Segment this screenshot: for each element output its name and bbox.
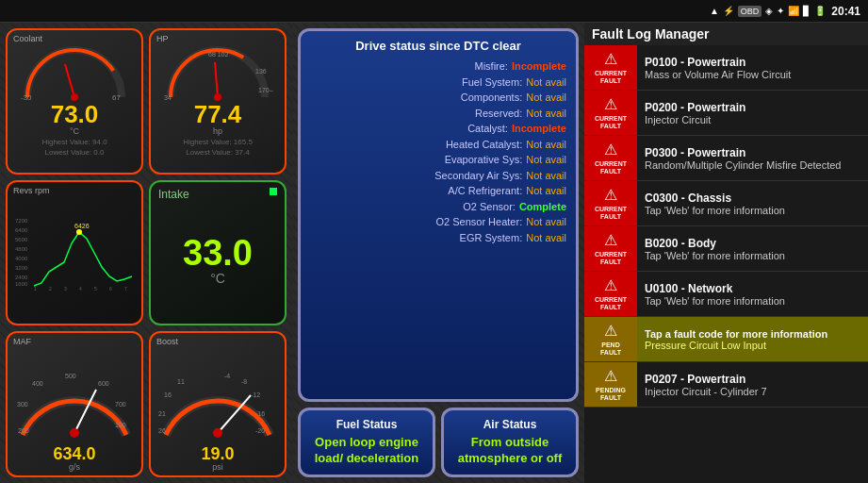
fault-info-highlighted: Tap a fault code for more information Pr… (637, 317, 868, 361)
rpm-title: Revs rpm (13, 186, 50, 195)
fuel-status-button[interactable]: Fuel Status Open loop engine load/ decel… (298, 408, 435, 477)
svg-text:100: 100 (115, 422, 126, 428)
warning-icon: ⚠ (604, 276, 617, 294)
fault-info: B0200 - Body Tap 'Web' for more informat… (637, 226, 868, 271)
dtc-value-o2: Complete (519, 199, 566, 215)
fault-item[interactable]: ⚠ PENDINGFAULT P0207 - Powertrain Inject… (584, 362, 868, 408)
boost-title: Boost (156, 337, 178, 346)
dtc-label-o2: O2 Sensor: (463, 199, 516, 215)
intake-value: 33.0 (183, 235, 253, 271)
dtc-row-components: Components: Not avail (310, 90, 566, 106)
svg-text:2400: 2400 (15, 275, 28, 280)
fuel-status-title: Fuel Status (306, 418, 427, 431)
fault-item[interactable]: ⚠ CURRENTFAULT P0300 - Powertrain Random… (584, 136, 868, 181)
air-status-value: From outside atmosphere or off (450, 435, 570, 467)
alarm-icon: ▲ (710, 6, 719, 16)
middle-panel: Drive status since DTC clear Misfire: In… (292, 23, 584, 483)
svg-text:200: 200 (18, 427, 29, 434)
dtc-row-reserved: Reserved: Not avail (310, 106, 566, 122)
coolant-value: 73.0 (51, 102, 99, 126)
main-area: Coolant -30 67 73.0 °C Highest Value: 94… (0, 23, 868, 483)
svg-text:7200: 7200 (15, 218, 28, 224)
intake-title: Intake (158, 188, 189, 201)
badge-text: CURRENTFAULT (595, 206, 627, 220)
fault-item[interactable]: ⚠ CURRENTFAULT U0100 - Network Tap 'Web'… (584, 272, 868, 317)
svg-text:1600: 1600 (15, 281, 28, 287)
fault-code: P0300 - Powertrain (645, 146, 860, 159)
svg-text:5600: 5600 (15, 237, 28, 242)
svg-text:-12: -12 (251, 391, 260, 398)
dtc-value-ac-ref: Not avail (526, 183, 566, 199)
fault-code: P0207 - Powertrain (645, 373, 860, 386)
svg-text:26: 26 (158, 427, 166, 434)
dtc-label-catalyst: Catalyst: (467, 121, 508, 137)
fault-badge-current: ⚠ CURRENTFAULT (584, 136, 637, 180)
svg-text:400: 400 (32, 380, 43, 387)
usb-icon: ⚡ (723, 6, 734, 16)
dtc-label-egr: EGR System: (460, 230, 523, 246)
warning-icon: ⚠ (604, 141, 617, 158)
fault-desc: Tap 'Web' for more information (645, 250, 860, 261)
clock: 20:41 (831, 5, 860, 18)
hp-title: HP (156, 34, 169, 43)
dtc-value-egr: Not avail (526, 230, 566, 246)
svg-text:21: 21 (158, 410, 166, 417)
fault-desc: Injector Circuit (645, 114, 860, 125)
svg-text:136: 136 (255, 68, 267, 75)
signal-icon: ◈ (765, 6, 773, 16)
dtc-label-secondary-air: Secondary Air Sys: (434, 168, 522, 184)
fault-desc: Injector Circuit - Cylinder 7 (645, 386, 860, 397)
fault-item[interactable]: ⚠ CURRENTFAULT C0300 - Chassis Tap 'Web'… (584, 181, 868, 226)
svg-text:4000: 4000 (15, 256, 28, 261)
fault-badge-current: ⚠ CURRENTFAULT (584, 272, 637, 316)
svg-point-28 (70, 428, 79, 438)
dtc-value-reserved: Not avail (526, 106, 566, 122)
svg-line-0 (65, 64, 74, 97)
fault-item[interactable]: ⚠ CURRENTFAULT B0200 - Body Tap 'Web' fo… (584, 226, 868, 272)
dtc-label-ac-ref: A/C Refrigerant: (448, 183, 522, 199)
dtc-label-o2-heater: O2 Sensor Heater: (435, 214, 522, 230)
svg-text:4800: 4800 (15, 246, 28, 252)
wifi-icon: 📶 (788, 6, 799, 16)
fault-badge-pending: ⚠ PENDFAULT (584, 317, 637, 361)
coolant-unit: °C (70, 126, 79, 136)
dtc-row-evap: Evaporative Sys: Not avail (310, 152, 566, 168)
dtc-row-heated-catalyst: Heated Catalyst: Not avail (310, 137, 566, 153)
maf-value: 634.0 (53, 445, 95, 462)
fault-badge-pending: ⚠ PENDINGFAULT (584, 362, 637, 407)
hp-gauge: HP 34 68 102 136 170– 77.4 hp Highest Va… (149, 28, 287, 175)
svg-text:6426: 6426 (74, 223, 90, 229)
fault-info: U0100 - Network Tap 'Web' for more infor… (637, 272, 868, 316)
dtc-panel: Drive status since DTC clear Misfire: In… (298, 28, 579, 402)
fault-info: P0100 - Powertrain Mass or Volume Air Fl… (637, 45, 868, 90)
fault-item[interactable]: ⚠ CURRENTFAULT P0100 - Powertrain Mass o… (584, 45, 868, 91)
svg-text:-8: -8 (241, 378, 247, 385)
fault-badge-current: ⚠ CURRENTFAULT (584, 91, 637, 135)
tap-hint: Tap a fault code for more information (645, 328, 860, 340)
dtc-value-fuel: Not avail (526, 75, 566, 91)
svg-text:2: 2 (49, 286, 52, 291)
warning-icon: ⚠ (604, 95, 617, 113)
dtc-row-fuel: Fuel System: Not avail (310, 75, 566, 91)
badge-text: PENDFAULT (600, 341, 621, 356)
fault-desc: Mass or Volume Air Flow Circuit (645, 69, 860, 80)
coolant-title: Coolant (13, 34, 42, 43)
maf-unit: g/s (69, 462, 80, 472)
air-status-button[interactable]: Air Status From outside atmosphere or of… (441, 408, 579, 477)
svg-text:-20: -20 (255, 427, 265, 434)
air-status-title: Air Status (450, 418, 570, 431)
fault-item-highlighted[interactable]: ⚠ PENDFAULT Tap a fault code for more in… (584, 317, 868, 362)
hp-unit: hp (213, 126, 222, 136)
badge-text: CURRENTFAULT (595, 70, 627, 84)
dtc-label-fuel: Fuel System: (462, 75, 522, 91)
svg-text:1: 1 (34, 286, 37, 291)
svg-line-4 (215, 62, 218, 97)
right-panel: Fault Log Manager ⚠ CURRENTFAULT P0100 -… (584, 23, 868, 483)
svg-point-18 (76, 229, 82, 235)
badge-text: CURRENTFAULT (595, 160, 627, 175)
svg-text:16: 16 (164, 391, 172, 398)
svg-text:3200: 3200 (15, 265, 28, 271)
svg-text:300: 300 (17, 401, 28, 408)
badge-text: CURRENTFAULT (595, 251, 627, 265)
fault-item[interactable]: ⚠ CURRENTFAULT P0200 - Powertrain Inject… (584, 91, 868, 136)
